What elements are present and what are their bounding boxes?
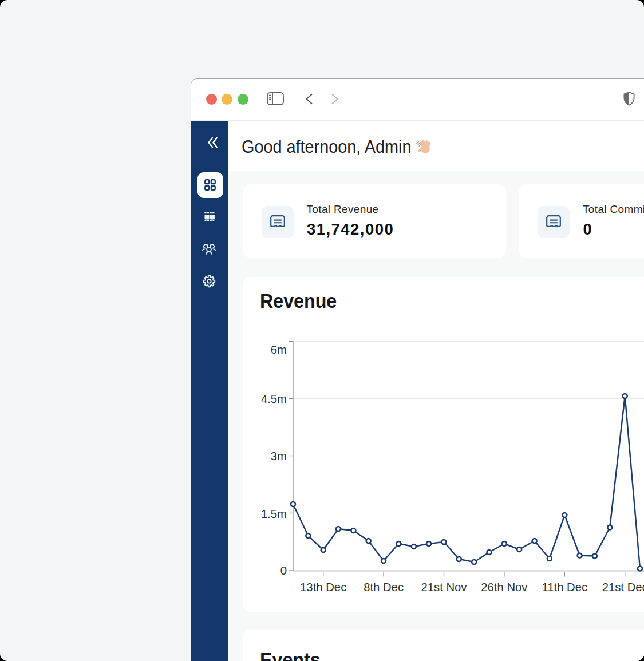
svg-text:4.5m: 4.5m bbox=[260, 393, 286, 405]
svg-text:1.5m: 1.5m bbox=[260, 508, 286, 520]
svg-text:13th Dec: 13th Dec bbox=[300, 581, 346, 593]
svg-text:26th Nov: 26th Nov bbox=[481, 581, 528, 593]
svg-text:8th Dec: 8th Dec bbox=[364, 581, 404, 593]
svg-text:11th Dec: 11th Dec bbox=[542, 581, 587, 593]
svg-text:21st Dec: 21st Dec bbox=[602, 581, 644, 593]
svg-text:6m: 6m bbox=[270, 343, 286, 356]
svg-text:21st Nov: 21st Nov bbox=[421, 581, 467, 593]
svg-text:0: 0 bbox=[280, 564, 286, 577]
svg-text:3m: 3m bbox=[270, 450, 286, 462]
